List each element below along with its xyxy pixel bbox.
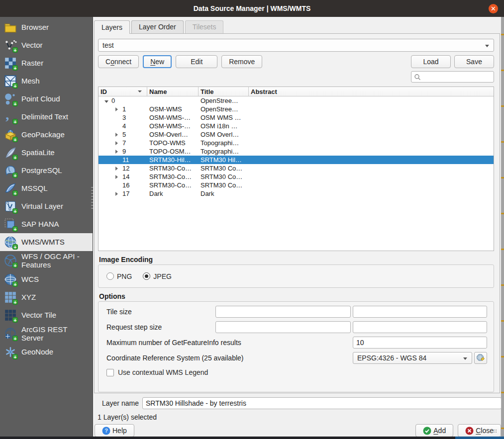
edit-button[interactable]: Edit xyxy=(176,55,217,68)
sidebar-item-wcs[interactable]: +WCS xyxy=(0,270,93,288)
image-encoding-group: PNGJPEG xyxy=(98,264,494,288)
tree-expander-icon[interactable] xyxy=(115,165,120,172)
sidebar-item-mesh[interactable]: +Mesh xyxy=(0,72,93,90)
chevron-down-icon xyxy=(463,357,467,360)
resize-grip[interactable] xyxy=(493,429,497,433)
sidebar-item-wms-wmts[interactable]: +WMS/WMTS xyxy=(0,233,93,251)
table-row-layer-14[interactable]: 14SRTM30-Co…SRTM30 Co… xyxy=(99,173,494,181)
background-window-sliver xyxy=(501,17,504,437)
cell-name: OSM-WMS-… xyxy=(147,122,199,130)
sidebar-item-geopackage[interactable]: +GeoPackage xyxy=(0,126,93,144)
column-header-title[interactable]: Title xyxy=(199,87,249,96)
tree-expander-icon[interactable] xyxy=(115,105,120,113)
search-icon xyxy=(414,74,421,81)
table-row-layer-1[interactable]: 1OSM-WMSOpenStree… xyxy=(99,105,494,113)
sidebar-item-label: Mesh xyxy=(21,77,40,85)
tab-layers[interactable]: Layers xyxy=(94,20,130,34)
request-step-width-input[interactable] xyxy=(215,321,351,333)
sidebar-item-mssql[interactable]: +MSSQL xyxy=(0,179,93,197)
wms-icon: + xyxy=(4,236,17,249)
tree-expander-icon[interactable] xyxy=(104,97,109,104)
connection-select[interactable]: test xyxy=(98,39,494,52)
load-button[interactable]: Load xyxy=(411,55,451,68)
sidebar-item-browser[interactable]: Browser xyxy=(0,18,93,36)
table-row-layer-3[interactable]: 3OSM-WMS-…OSM WMS … xyxy=(99,113,494,122)
sidebar-item-geonode[interactable]: +GeoNode xyxy=(0,343,93,361)
options-group: Tile size Request step size Maximum numb… xyxy=(98,301,494,392)
table-row-layer-5[interactable]: 5OSM-Overl…OSM Overl… xyxy=(99,130,494,139)
sidebar-item-xyz[interactable]: +XYZ xyxy=(0,288,93,306)
cell-name: SRTM30-Co… xyxy=(147,165,199,172)
tile-size-label: Tile size xyxy=(106,308,215,316)
cell-id: 4 xyxy=(122,122,126,130)
cell-name: TOPO-WMS xyxy=(147,139,199,147)
postgresql-icon: + xyxy=(4,164,17,177)
cell-name: Dark xyxy=(147,190,199,197)
tab-layer-order[interactable]: Layer Order xyxy=(131,20,184,33)
add-button[interactable]: Add xyxy=(415,424,453,437)
crs-picker-button[interactable] xyxy=(474,352,487,364)
request-step-label: Request step size xyxy=(106,323,215,331)
cell-id: 5 xyxy=(122,131,126,138)
table-row-layer-7[interactable]: 7TOPO-WMSTopographi… xyxy=(99,139,494,147)
sidebar-item-wfs-ogc-api-features[interactable]: +WFS / OGC API - Features xyxy=(0,251,93,270)
tree-expander-icon[interactable] xyxy=(115,131,120,138)
table-row-layer-4[interactable]: 4OSM-WMS-…OSM i18n … xyxy=(99,122,494,130)
column-header-id[interactable]: ID xyxy=(99,87,147,96)
save-button[interactable]: Save xyxy=(454,55,494,68)
cell-name: SRTM30-Co… xyxy=(147,173,199,180)
background-statusbar-strip xyxy=(0,437,504,439)
sidebar-item-spatialite[interactable]: +SpatiaLite xyxy=(0,144,93,162)
table-row-layer-12[interactable]: 12SRTM30-Co…SRTM30 Co… xyxy=(99,164,494,173)
sidebar-item-virtual-layer[interactable]: +Virtual Layer xyxy=(0,197,93,215)
sidebar-item-sap-hana[interactable]: +SAP HANA xyxy=(0,215,93,233)
column-header-abstract[interactable]: Abstract xyxy=(249,87,494,96)
data-source-manager-dialog: Data Source Manager | WMS/WMTS ✕ Browser… xyxy=(0,0,504,439)
layer-name-input[interactable] xyxy=(142,397,502,409)
table-row-layer-16[interactable]: 16SRTM30-Co…SRTM30 Co… xyxy=(99,181,494,189)
tree-expander-icon[interactable] xyxy=(115,190,120,197)
sidebar-item-delimited-text[interactable]: ,+Delimited Text xyxy=(0,108,93,126)
mssql-icon: + xyxy=(4,182,17,195)
connect-button[interactable]: Connect xyxy=(98,55,139,68)
sidebar-item-label: Vector xyxy=(21,41,43,49)
window-close-icon[interactable]: ✕ xyxy=(489,4,498,13)
radio-png[interactable] xyxy=(106,272,114,280)
table-row-layer-17[interactable]: 17DarkDark xyxy=(99,189,494,198)
contextual-legend-checkbox[interactable] xyxy=(106,369,114,376)
max-getfeatureinfo-input[interactable] xyxy=(353,337,487,349)
column-header-name[interactable]: Name xyxy=(147,87,199,96)
crs-select[interactable]: EPSG:4326 - WGS 84 xyxy=(353,352,472,364)
cell-id: 3 xyxy=(122,114,126,121)
tree-expander-icon[interactable] xyxy=(115,148,120,155)
encoding-option-png[interactable]: PNG xyxy=(106,272,132,280)
cell-title: SRTM30 Co… xyxy=(199,173,249,180)
tile-height-input[interactable] xyxy=(353,306,487,318)
request-step-height-input[interactable] xyxy=(353,321,487,333)
delimited-text-icon: ,+ xyxy=(4,110,17,123)
cell-name: OSM-WMS xyxy=(147,105,199,113)
sidebar-item-label: WFS / OGC API - Features xyxy=(21,252,91,269)
sidebar-item-raster[interactable]: +Raster xyxy=(0,54,93,72)
folder-icon xyxy=(4,21,17,34)
tree-expander-icon[interactable] xyxy=(115,173,120,180)
table-row-layer-0[interactable]: 0OpenStree… xyxy=(99,96,494,105)
encoding-option-jpeg[interactable]: JPEG xyxy=(143,272,172,280)
sidebar-item-postgresql[interactable]: +PostgreSQL xyxy=(0,162,93,179)
table-row-layer-9[interactable]: 9TOPO-OSM…Topographi… xyxy=(99,147,494,156)
sidebar-item-vector[interactable]: +Vector xyxy=(0,36,93,54)
tree-expander-icon[interactable] xyxy=(115,139,120,147)
sidebar-item-point-cloud[interactable]: +Point Cloud xyxy=(0,90,93,108)
sidebar-item-vector-tile[interactable]: +Vector Tile xyxy=(0,306,93,324)
sidebar-item-arcgis-rest-server[interactable]: +ArcGIS REST Server xyxy=(0,324,93,344)
layer-search-input[interactable] xyxy=(423,73,491,81)
radio-jpeg-checked[interactable] xyxy=(143,272,150,280)
new-button[interactable]: New xyxy=(143,55,172,68)
table-row-layer-11[interactable]: 11SRTM30-Hil…SRTM30 Hil… xyxy=(99,156,494,164)
remove-button[interactable]: Remove xyxy=(221,55,262,68)
tile-width-input[interactable] xyxy=(215,306,351,318)
sidebar-item-label: GeoPackage xyxy=(21,130,65,139)
cell-title: OSM WMS … xyxy=(199,114,249,121)
close-icon xyxy=(465,427,474,435)
help-button[interactable]: ? Help xyxy=(95,424,134,437)
